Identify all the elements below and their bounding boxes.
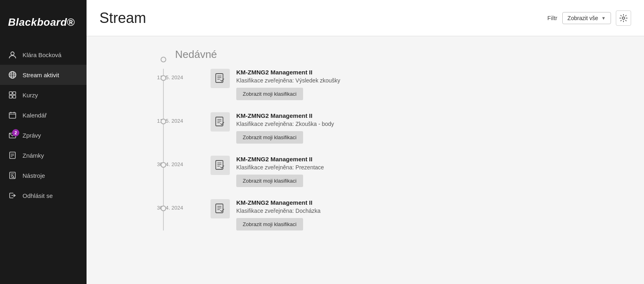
sidebar-user[interactable]: Klára Bocková [0,45,87,65]
chevron-down-icon: ▼ [601,16,606,21]
calendar-icon [8,111,17,119]
sidebar-item-tools[interactable]: Nástroje [0,165,87,185]
svg-rect-6 [9,92,12,95]
view-grade-button[interactable]: Zobrazit moji klasifikaci [236,88,303,100]
sidebar-item-logout-label: Odhlásit se [23,192,53,199]
timeline-body: KM-ZMNG2 Management II Klasifikace zveře… [236,156,612,187]
grid-icon [8,91,17,99]
grade-icon [211,156,230,175]
sidebar-item-tools-label: Nástroje [23,172,45,179]
timeline-dot [161,119,166,124]
view-grade-button[interactable]: Zobrazit moji klasifikaci [236,175,303,187]
timeline-dot [161,162,166,168]
sidebar-item-calendar[interactable]: Kalendář [0,105,87,125]
view-grade-button[interactable]: Zobrazit moji klasifikaci [236,218,303,230]
course-name: KM-ZMNG2 Management II [236,69,612,76]
recent-section: Nedávné 11. 5. 2024 KM-ZMNG2 Management … [151,48,612,230]
sidebar: Blackboard® Klára Bocková [0,0,87,284]
svg-rect-10 [9,113,16,118]
app-logo: Blackboard® [0,0,87,45]
timeline-dot-top [161,57,166,62]
tool-icon [8,171,17,180]
sidebar-item-grades-label: Známky [23,152,44,159]
globe-icon [8,70,17,79]
sidebar-item-courses-label: Kurzy [23,92,38,99]
svg-point-0 [11,52,14,55]
sidebar-user-name: Klára Bocková [23,51,62,58]
timeline-body: KM-ZMNG2 Management II Klasifikace zveře… [236,112,612,144]
svg-point-23 [622,17,625,19]
stream-content: Nedávné 11. 5. 2024 KM-ZMNG2 Management … [87,36,644,284]
header: Stream Filtr Zobrazit vše ▼ [87,0,644,36]
timeline-items: 11. 5. 2024 KM-ZMNG2 Management II Klasi… [151,69,612,230]
sidebar-item-stream-label: Stream aktivit [23,72,59,78]
grades-icon [8,151,17,160]
sidebar-item-courses[interactable]: Kurzy [0,85,87,105]
timeline-body: KM-ZMNG2 Management II Klasifikace zveře… [236,69,612,100]
messages-badge: 2 [12,129,19,136]
timeline-item: 11. 5. 2024 KM-ZMNG2 Management II Klasi… [151,112,612,144]
timeline-dot [161,206,166,211]
timeline-item: 30. 4. 2024 KM-ZMNG2 Management II Klasi… [151,199,612,230]
timeline-date: 30. 4. 2024 [151,156,191,167]
timeline-item: 30. 4. 2024 KM-ZMNG2 Management II Klasi… [151,156,612,187]
main-content: Stream Filtr Zobrazit vše ▼ Nedávné 1 [87,0,644,284]
recent-label: Nedávné [175,48,612,61]
svg-rect-9 [13,95,16,98]
filter-label: Filtr [547,14,557,21]
grade-icon [211,69,230,88]
sidebar-item-logout[interactable]: Odhlásit se [0,185,87,206]
grade-icon [211,112,230,132]
grade-icon [211,199,230,218]
timeline-dot [161,75,166,81]
filter-value: Zobrazit vše [568,15,598,21]
timeline-item: 11. 5. 2024 KM-ZMNG2 Management II Klasi… [151,69,612,100]
sidebar-item-messages-label: Zprávy [23,132,41,139]
timeline: 11. 5. 2024 KM-ZMNG2 Management II Klasi… [151,69,612,230]
timeline-date: 11. 5. 2024 [151,69,191,80]
timeline-date: 30. 4. 2024 [151,199,191,211]
svg-rect-8 [9,95,12,98]
sidebar-item-stream[interactable]: Stream aktivit [0,65,87,85]
timeline-description: Klasifikace zveřejněna: Prezentace [236,164,612,171]
timeline-description: Klasifikace zveřejněna: Zkouška - body [236,121,612,127]
svg-rect-7 [13,92,16,95]
view-grade-button[interactable]: Zobrazit moji klasifikaci [236,131,303,144]
timeline-date: 11. 5. 2024 [151,112,191,124]
timeline-body: KM-ZMNG2 Management II Klasifikace zveře… [236,199,612,230]
timeline-description: Klasifikace zveřejněna: Docházka [236,208,612,214]
sidebar-item-calendar-label: Kalendář [23,112,47,119]
filter-dropdown[interactable]: Zobrazit vše ▼ [562,12,611,24]
course-name: KM-ZMNG2 Management II [236,112,612,119]
sidebar-item-grades[interactable]: Známky [0,145,87,165]
user-icon [8,50,17,59]
settings-button[interactable] [616,10,631,26]
timeline-description: Klasifikace zveřejněna: Výsledek zkoušky [236,77,612,84]
header-right: Filtr Zobrazit vše ▼ [547,10,631,26]
course-name: KM-ZMNG2 Management II [236,156,612,163]
logout-icon [8,191,17,200]
sidebar-item-messages[interactable]: 2 Zprávy [0,125,87,145]
course-name: KM-ZMNG2 Management II [236,199,612,206]
page-title: Stream [99,10,146,27]
